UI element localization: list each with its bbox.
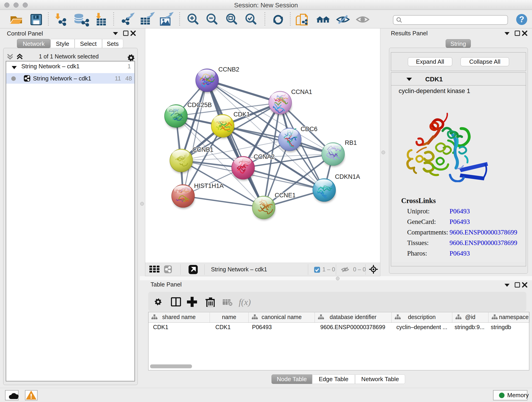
svg-text:?: ? [519, 15, 524, 24]
svg-text:CCNB1: CCNB1 [192, 146, 214, 153]
svg-text:CCNE1: CCNE1 [275, 192, 296, 199]
svg-text:CCNA1: CCNA1 [291, 89, 312, 95]
svg-text:CDKN1A: CDKN1A [335, 173, 360, 180]
svg-text:CDC6: CDC6 [301, 126, 317, 133]
svg-text:CCNA2: CCNA2 [254, 153, 275, 160]
svg-text:RB1: RB1 [345, 139, 357, 146]
svg-text:CDC25B: CDC25B [187, 102, 212, 108]
svg-text:HIST1H1A: HIST1H1A [194, 182, 224, 189]
svg-text:CCNB2: CCNB2 [218, 66, 239, 73]
svg-text:CDK1: CDK1 [234, 111, 250, 118]
